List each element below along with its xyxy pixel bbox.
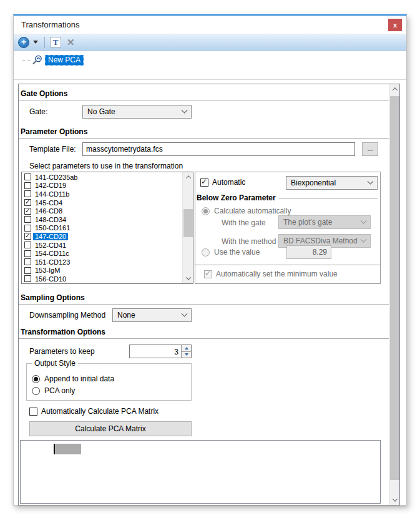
parameter-checkbox[interactable] [24,182,31,189]
downsampling-label: Downsampling Method [29,311,112,320]
chevron-down-icon [361,236,367,242]
downsampling-row: Downsampling Method None [29,308,389,322]
parameter-item[interactable]: 153-IgM [24,266,182,275]
auto-calc-checkbox[interactable] [29,408,37,416]
stepper-down-button[interactable] [182,352,191,358]
stepper-up-button[interactable] [182,345,191,352]
parameter-checkbox[interactable] [24,199,31,206]
output-style-radio[interactable] [32,375,40,383]
parameter-options-header: Parameter Options [19,125,389,139]
parameter-item[interactable]: 152-CD41 [24,241,182,250]
parameters-to-keep-label: Parameters to keep [29,347,129,356]
output-style-option[interactable]: PCA only [32,386,191,395]
tree-item-label: New PCA [45,55,84,66]
output-style-radio[interactable] [32,387,40,395]
sampling-options-header: Sampling Options [19,291,389,305]
parameter-item[interactable]: 147-CD20 [24,232,182,241]
parameter-item[interactable]: 145-CD4 [24,198,182,207]
window-title: Transformations [14,20,388,29]
parameter-item[interactable]: 146-CD8 [24,207,182,215]
text-icon: T [53,37,59,47]
parameter-checkbox[interactable] [24,250,31,257]
parameter-label: 152-CD41 [33,242,68,249]
browse-button[interactable]: ... [362,142,378,156]
parameters-to-keep-stepper[interactable]: 3 [129,345,192,358]
title-bar: Transformations x [14,16,406,34]
scroll-up-icon[interactable] [389,84,400,94]
parameter-label: 154-CD11c [33,250,71,257]
scroll-down-icon[interactable] [183,273,193,283]
calculate-pca-matrix-button[interactable]: Calculate PCA Matrix [29,421,192,436]
with-gate-select[interactable]: The plot's gate [278,215,371,229]
below-zero-group: Below Zero Parameter [197,193,378,202]
with-method-value: BD FACSDiva Method [283,237,358,245]
tree-item-new-pca[interactable]: New PCA [22,54,406,66]
parameter-checkbox[interactable] [24,173,31,180]
use-value-radio[interactable] [202,248,210,257]
with-method-label: With the method [222,237,276,246]
automatic-checkbox[interactable] [200,178,208,187]
transform-method-select[interactable]: Biexponential [286,176,378,190]
use-value-row[interactable]: Use the value [202,248,260,257]
parameter-item[interactable]: 151-CD123 [24,258,182,266]
parameter-item[interactable]: 148-CD34 [24,215,182,224]
triangle-up-icon [185,347,188,349]
parameter-columns: 141-CD235ab142-CD19144-CD11b145-CD4146-C… [21,172,389,284]
parameter-checkbox[interactable] [24,208,31,215]
parameter-item[interactable]: 141-CD235ab [24,173,182,182]
auto-calc-row[interactable]: Automatically Calculate PCA Matrix [29,407,389,416]
close-icon: x [393,21,397,29]
downsampling-select[interactable]: None [112,308,192,322]
parameter-checkbox[interactable] [24,275,31,282]
below-zero-value-input[interactable]: 8.29 [286,245,331,259]
legend-line [279,198,378,198]
transformation-options-header: Transformation Options [19,325,389,339]
parameter-list-scrollbar[interactable] [182,172,193,283]
transformations-dialog: Transformations x + T ✕ New PCA [13,14,407,506]
output-style-option[interactable]: Append to initial data [32,374,191,383]
parameter-checkbox[interactable] [24,216,31,223]
add-dropdown-arrow-icon[interactable] [33,41,38,44]
parameters-to-keep-row: Parameters to keep 3 [29,345,389,358]
gate-options-header: Gate Options [19,87,389,100]
auto-calc-label: Automatically Calculate PCA Matrix [41,407,159,416]
parameter-label: 142-CD19 [33,182,68,189]
delete-button[interactable]: ✕ [67,37,75,47]
gate-label: Gate: [29,107,82,116]
scrollbar-thumb[interactable] [183,209,193,237]
output-style-groupbox: Output Style Append to initial dataPCA o… [26,363,192,401]
template-file-input[interactable] [82,142,355,156]
options-panel-content: Gate Options Gate: No Gate Parameter Opt… [19,84,389,505]
parameter-label: 150-CD161 [33,224,72,232]
tree-branch-dots [22,60,30,61]
parameter-checkbox[interactable] [24,267,31,274]
parameter-item[interactable]: 144-CD11b [24,190,182,198]
parameter-item[interactable]: 156-CD10 [24,275,182,283]
main-scrollbar[interactable] [389,84,399,505]
parameter-checkbox[interactable] [24,233,31,240]
parameter-checkbox[interactable] [24,225,31,232]
scroll-up-icon[interactable] [183,172,193,182]
scrollbar-thumb[interactable] [390,96,399,480]
parameter-label: 156-CD10 [33,275,68,283]
parameter-item[interactable]: 150-CD161 [24,224,182,233]
auto-min-checkbox[interactable] [204,270,212,278]
parameter-checkbox[interactable] [24,258,31,265]
gate-select-value: No Gate [87,107,115,116]
parameter-checkbox[interactable] [24,242,31,248]
parameter-label: 151-CD123 [33,258,72,266]
scroll-down-icon[interactable] [389,495,400,505]
parameter-item[interactable]: 142-CD19 [24,182,182,190]
automatic-checkbox-row[interactable]: Automatic [200,178,245,187]
add-transformation-button[interactable]: + [18,37,29,48]
calculate-automatically-row[interactable]: Calculate automatically [202,207,291,215]
auto-min-row[interactable]: Automatically set the minimum value [204,270,338,278]
below-zero-title: Below Zero Parameter [197,193,276,202]
rename-button[interactable]: T [50,37,61,47]
gate-select[interactable]: No Gate [82,105,192,119]
automatic-label: Automatic [212,178,245,187]
parameter-checkbox[interactable] [24,190,31,197]
parameter-item[interactable]: 154-CD11c [24,249,182,258]
close-button[interactable]: x [388,19,402,31]
calculate-automatically-radio[interactable] [202,207,210,215]
